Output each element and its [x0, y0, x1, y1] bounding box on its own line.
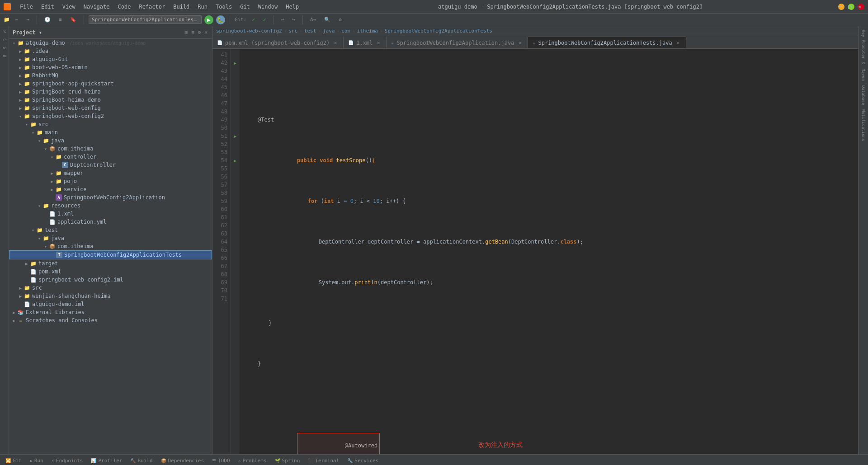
- bottom-tab-endpoints[interactable]: ⚡ Endpoints: [48, 457, 87, 465]
- code-editor[interactable]: 41 42 43 44 45 46 47 48 49 50 51 52 53 5…: [212, 49, 858, 454]
- tree-wenjian[interactable]: ▶ 📁 wenjian-shangchuan-heima: [9, 292, 212, 300]
- tree-web-config[interactable]: ▶ 📁 springboot-web-config: [9, 104, 212, 112]
- maximize-button[interactable]: □: [848, 4, 854, 10]
- settings-button[interactable]: ⚙: [336, 16, 344, 23]
- notifications-icon[interactable]: Notifications: [860, 108, 867, 143]
- tree-service[interactable]: ▶ 📁 service: [9, 185, 212, 193]
- tree-mapper[interactable]: ▶ 📁 mapper: [9, 169, 212, 177]
- tree-aop[interactable]: ▶ 📁 springboot-aop-quickstart: [9, 80, 212, 88]
- tree-scratches[interactable]: ▶ ✏️ Scratches and Consoles: [9, 316, 212, 324]
- run-config-dropdown[interactable]: SpringbootWebConfig2ApplicationTests.tes…: [89, 15, 202, 24]
- maven-icon[interactable]: Maven: [860, 67, 867, 83]
- bottom-tab-profiler[interactable]: 📊 Profiler: [87, 457, 126, 465]
- bottom-tab-problems[interactable]: ⚠ Problems: [235, 457, 270, 465]
- commit-icon[interactable]: C: [1, 36, 8, 43]
- tree-resources[interactable]: ▾ 📁 resources: [9, 202, 212, 210]
- tree-test-com-itheima[interactable]: ▾ 📦 com.itheima: [9, 242, 212, 250]
- recent-files-button[interactable]: 🕐: [42, 16, 53, 23]
- menu-edit[interactable]: Edit: [38, 3, 58, 11]
- bottom-tab-git[interactable]: 🔀 Git: [2, 457, 25, 465]
- menu-code[interactable]: Code: [114, 3, 135, 11]
- bottom-tab-build[interactable]: 🔨 Build: [127, 457, 156, 465]
- tree-tests-class[interactable]: T SpringbootWebConfig2ApplicationTests: [9, 250, 212, 259]
- tree-atguigu-iml[interactable]: 📄 atguigu-demo.iml: [9, 300, 212, 308]
- tree-ext-libs[interactable]: ▶ 📚 External Libraries: [9, 308, 212, 316]
- tree-main-app[interactable]: A SpringbootWebConfig2Application: [9, 193, 212, 202]
- tree-deptcontroller[interactable]: C DeptController: [9, 161, 212, 169]
- menu-git[interactable]: Git: [236, 3, 254, 11]
- redo-button[interactable]: ↪: [289, 16, 298, 23]
- menu-window[interactable]: Window: [255, 3, 281, 11]
- tree-rabbitmq[interactable]: ▶ 📁 RabbitMQ: [9, 71, 212, 80]
- close-panel-icon[interactable]: ✕: [203, 28, 208, 36]
- tree-controller[interactable]: ▾ 📁 controller: [9, 153, 212, 161]
- run-gutter-54[interactable]: ▶: [231, 156, 240, 164]
- tree-root[interactable]: ▾ 📁 atguigu-demo ~/idea workspace/atguig…: [9, 39, 212, 47]
- breadcrumb-class[interactable]: SpringbootWebConfig2ApplicationTests: [385, 28, 492, 34]
- menu-tools[interactable]: Tools: [212, 3, 236, 11]
- collapse-all-icon[interactable]: ≡: [190, 28, 195, 36]
- run-gutter-51[interactable]: ▶: [231, 132, 240, 140]
- breadcrumb-com[interactable]: com: [341, 28, 350, 34]
- minimize-button[interactable]: ─: [838, 4, 844, 10]
- bottom-tab-spring[interactable]: 🌱 Spring: [271, 457, 304, 465]
- menu-view[interactable]: View: [59, 3, 79, 11]
- tree-idea[interactable]: ▶ 📁 .idea: [9, 47, 212, 55]
- tree-pojo[interactable]: ▶ 📁 pojo: [9, 177, 212, 185]
- nav-back-button[interactable]: ←: [13, 16, 21, 23]
- bookmarks-icon[interactable]: B: [1, 52, 8, 60]
- breadcrumb-project[interactable]: springboot-web-config2: [216, 28, 282, 34]
- menu-build[interactable]: Build: [170, 3, 193, 11]
- tab-tests[interactable]: ☕ SpringbootWebConfig2ApplicationTests.j…: [528, 37, 686, 48]
- breadcrumb-itheima[interactable]: itheima: [357, 28, 378, 34]
- tab-pom[interactable]: 📄 pom.xml (springboot-web-config2) ✕: [212, 37, 344, 48]
- menu-help[interactable]: Help: [282, 3, 302, 11]
- tab-tests-close[interactable]: ✕: [675, 40, 681, 46]
- search-button[interactable]: 🔍: [321, 16, 333, 23]
- bottom-tab-todo[interactable]: ☰ TODO: [208, 457, 234, 465]
- structure-icon[interactable]: S: [1, 44, 8, 52]
- tree-test[interactable]: ▾ 📁 test: [9, 226, 212, 234]
- git-check-button[interactable]: ✓: [249, 16, 258, 23]
- tree-web-config2[interactable]: ▾ 📁 springboot-web-config2: [9, 112, 212, 120]
- nav-forward-button[interactable]: →: [24, 16, 33, 23]
- close-button[interactable]: ✕: [858, 4, 864, 10]
- tab-pom-close[interactable]: ✕: [332, 40, 339, 46]
- tree-src2[interactable]: ▶ 📁 src: [9, 284, 212, 292]
- tab-app-close[interactable]: ✕: [517, 40, 523, 46]
- tree-test-java[interactable]: ▾ 📁 java: [9, 234, 212, 242]
- bottom-tab-terminal[interactable]: ⬛ Terminal: [304, 457, 343, 465]
- tree-src[interactable]: ▾ 📁 src: [9, 120, 212, 128]
- bottom-tab-services[interactable]: 🔧 Services: [344, 457, 382, 465]
- tree-main-java[interactable]: ▾ 📁 java: [9, 136, 212, 145]
- tree-appyml[interactable]: 📄 application.yml: [9, 218, 212, 226]
- tab-app[interactable]: ☕ SpringbootWebConfig2Application.java ✕: [387, 37, 528, 48]
- menu-refactor[interactable]: Refactor: [135, 3, 169, 11]
- expand-all-icon[interactable]: ⊞: [184, 28, 189, 36]
- undo-button[interactable]: ↩: [278, 16, 287, 23]
- breadcrumb-java[interactable]: java: [323, 28, 335, 34]
- run-gutter-42[interactable]: ▶: [231, 59, 240, 67]
- bottom-tab-run[interactable]: ▶ Run: [26, 457, 47, 465]
- git-push-button[interactable]: ✓: [260, 16, 269, 23]
- tab-1xml-close[interactable]: ✕: [375, 40, 382, 46]
- tree-heima-demo[interactable]: ▶ 📁 SpringBoot-heima-demo: [9, 96, 212, 104]
- structure-button[interactable]: ≡: [56, 16, 65, 23]
- bookmark-button[interactable]: 🔖: [67, 16, 79, 23]
- debug-button[interactable]: 🐛: [216, 15, 225, 24]
- tree-com-itheima[interactable]: ▾ 📦 com.itheima: [9, 145, 212, 153]
- tree-atguigu-git[interactable]: ▶ 📁 atguigu-Git: [9, 55, 212, 63]
- run-button[interactable]: ▶: [204, 15, 213, 24]
- tab-1xml[interactable]: 📄 1.xml ✕: [344, 37, 387, 48]
- key-promoter-icon[interactable]: Key Promoter X: [860, 28, 867, 66]
- translate-button[interactable]: A→: [307, 16, 319, 23]
- tree-main[interactable]: ▾ 📁 main: [9, 128, 212, 136]
- project-icon[interactable]: P: [1, 28, 8, 35]
- breadcrumb-test[interactable]: test: [304, 28, 316, 34]
- tree-target[interactable]: ▶ 📁 target: [9, 259, 212, 268]
- breadcrumb-src[interactable]: src: [288, 28, 297, 34]
- menu-navigate[interactable]: Navigate: [80, 3, 113, 11]
- tree-pom[interactable]: 📄 pom.xml: [9, 268, 212, 276]
- tree-boot-web[interactable]: ▶ 📁 boot-web-05-admin: [9, 63, 212, 71]
- settings-icon[interactable]: ⚙: [197, 28, 202, 36]
